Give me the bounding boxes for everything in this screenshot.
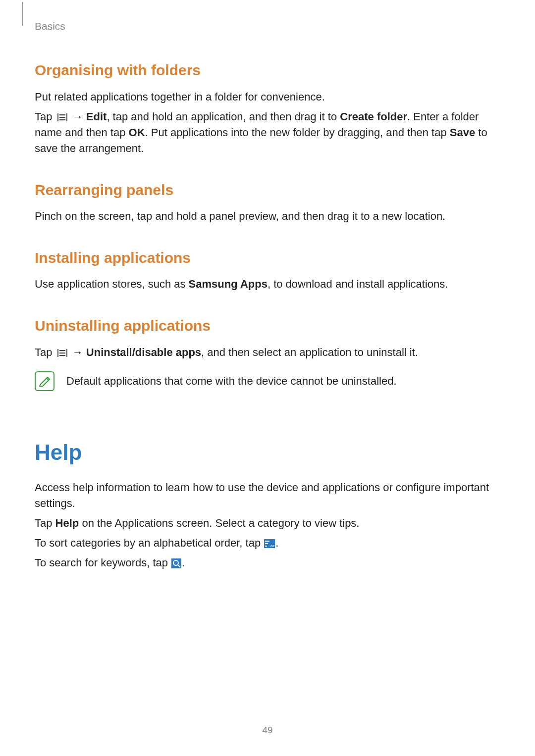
menu-icon xyxy=(56,349,68,357)
text: To sort categories by an alphabetical or… xyxy=(35,537,264,549)
svg-rect-2 xyxy=(59,114,65,115)
breadcrumb: Basics xyxy=(35,19,500,34)
body-text: Put related applications together in a f… xyxy=(35,89,500,105)
svg-rect-12 xyxy=(265,546,267,547)
menu-icon xyxy=(56,113,68,122)
text-bold: OK xyxy=(129,126,145,139)
note-row: Default applications that come with the … xyxy=(35,371,500,391)
body-text: Tap Help on the Applications screen. Sel… xyxy=(35,515,500,531)
body-text: Use application stores, such as Samsung … xyxy=(35,276,500,292)
body-text: Pinch on the screen, tap and hold a pane… xyxy=(35,208,500,224)
text: , and then select an application to unin… xyxy=(201,346,418,358)
text: , to download and install applications. xyxy=(268,278,448,290)
svg-rect-1 xyxy=(66,113,67,121)
sort-az-icon: az xyxy=(264,539,275,548)
svg-rect-6 xyxy=(66,349,67,357)
note-text: Default applications that come with the … xyxy=(66,373,397,389)
text: Tap xyxy=(35,110,55,123)
heading-installing: Installing applications xyxy=(35,247,500,269)
page-number: 49 xyxy=(0,723,535,737)
svg-rect-5 xyxy=(57,349,58,357)
text-bold: Edit xyxy=(86,110,107,123)
svg-rect-4 xyxy=(59,119,65,120)
text: To search for keywords, tap xyxy=(35,556,171,569)
text: Use application stores, such as xyxy=(35,278,189,290)
text: , tap and hold an application, and then … xyxy=(107,110,340,123)
body-text: To sort categories by an alphabetical or… xyxy=(35,535,500,551)
text-bold: Help xyxy=(55,517,79,529)
heading-organising: Organising with folders xyxy=(35,59,500,81)
text-bold: Uninstall/disable apps xyxy=(86,346,201,358)
svg-rect-0 xyxy=(57,113,58,121)
text-bold: Save xyxy=(450,126,475,139)
text: → xyxy=(69,110,86,123)
heading-help: Help xyxy=(35,437,500,468)
text: on the Applications screen. Select a cat… xyxy=(79,517,359,529)
heading-rearranging: Rearranging panels xyxy=(35,179,500,201)
svg-rect-11 xyxy=(265,543,268,544)
text: . xyxy=(275,537,278,549)
text: Tap xyxy=(35,346,55,358)
svg-rect-3 xyxy=(59,117,65,118)
svg-rect-10 xyxy=(265,541,269,542)
text: → xyxy=(69,346,86,358)
body-text: Tap → Uninstall/disable apps, and then s… xyxy=(35,345,500,360)
search-icon xyxy=(171,558,181,568)
body-text: Tap → Edit, tap and hold an application,… xyxy=(35,109,500,156)
svg-text:az: az xyxy=(270,544,274,548)
svg-rect-9 xyxy=(59,355,65,356)
page-content: Basics Organising with folders Put relat… xyxy=(0,0,535,571)
text-bold: Samsung Apps xyxy=(189,278,268,290)
heading-uninstalling: Uninstalling applications xyxy=(35,315,500,337)
svg-line-15 xyxy=(178,565,180,567)
text-bold: Create folder xyxy=(340,110,407,123)
svg-rect-7 xyxy=(59,350,65,351)
note-icon xyxy=(35,371,54,391)
text: . Put applications into the new folder b… xyxy=(145,126,450,139)
body-text: To search for keywords, tap . xyxy=(35,555,500,571)
text: Tap xyxy=(35,517,55,529)
text: . xyxy=(182,556,185,569)
header-marker xyxy=(22,2,23,26)
svg-rect-8 xyxy=(59,353,65,353)
body-text: Access help information to learn how to … xyxy=(35,480,500,511)
svg-point-14 xyxy=(173,560,178,565)
